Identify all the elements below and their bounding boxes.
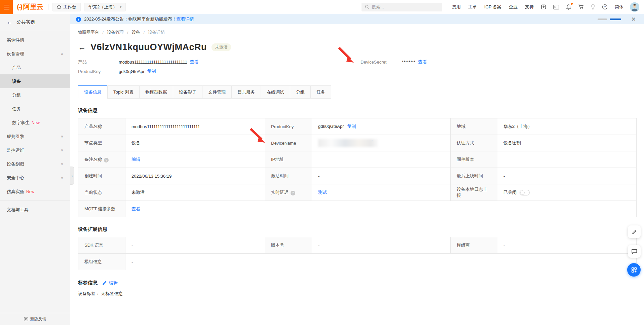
sidebar-item-simulation[interactable]: 仿真实验New [0,185,70,198]
svg-text:?: ? [604,5,606,9]
product-view-link[interactable]: 查看 [190,59,199,65]
region-selector[interactable]: 华东2（上海） ▾ [84,3,126,11]
nav-link-tickets[interactable]: 工单 [468,4,477,10]
nav-link-support[interactable]: 支持 [525,4,534,10]
cell-label: 激活时间 [265,168,312,184]
devicesecret-view-link[interactable]: 查看 [418,59,427,65]
workbench-button[interactable]: 工作台 [52,3,81,11]
cell-label: 模组信息 [78,254,125,270]
top-navbar: (-) 阿里云 工作台 华东2（上海） ▾ 费用 工单 ICP 备案 企业 支持 [0,0,644,14]
tab-log-service[interactable]: 日志服务 [231,85,261,99]
quick-entry-fab[interactable] [627,263,641,277]
announcement-pager-dash[interactable] [598,19,607,20]
cell-value: 2022/06/13 15:36:19 [125,168,265,184]
announcement-detail-link[interactable]: 查看详情 [177,16,194,22]
close-icon[interactable]: ✕ [631,16,636,23]
cell-value: - [497,168,637,184]
local-log-toggle[interactable] [520,190,530,195]
feedback-edit-fab[interactable] [628,225,641,238]
nav-link-billing[interactable]: 费用 [452,4,461,10]
back-arrow-icon: ← [7,19,12,26]
cell-label: 模组商 [451,237,497,254]
sidebar-item-digital-twin[interactable]: 数字孪生New [0,116,70,130]
sidebar-item-security-center[interactable]: 安全中心∨ [0,171,70,185]
mqtt-params-view-link[interactable]: 查看 [131,206,140,211]
cell-label: 产品名称 [78,118,125,135]
cell-label: 地域 [451,118,497,135]
tab-file-mgmt[interactable]: 文件管理 [202,85,232,99]
tab-topic-list[interactable]: Topic 列表 [107,85,140,99]
sidebar-collapse-handle[interactable]: ‹ [70,167,74,185]
device-meta: 产品 modbus1111111111111111111111111 查看 Pr… [78,57,637,77]
table-row: 备注名称? 编辑 IP地址 - 固件版本 - [78,151,637,168]
remark-edit-link[interactable]: 编辑 [131,157,140,162]
sidebar-item-instance-detail[interactable]: 实例详情 [0,33,70,47]
locale-switcher[interactable]: 简体 [615,4,623,10]
tab-device-shadow[interactable]: 设备影子 [173,85,202,99]
cell-value: 复制 [312,135,451,151]
notification-bell-icon[interactable] [566,4,571,10]
chat-support-fab[interactable] [628,245,641,258]
help-circle-icon[interactable]: ? [291,191,295,195]
info-icon: i [76,17,81,22]
cell-value: 华东2（上海） [497,118,637,135]
mobile-app-icon[interactable] [541,4,546,10]
help-icon[interactable]: ? [602,4,608,10]
cart-icon[interactable] [578,4,584,10]
sidebar-item-device-mgmt[interactable]: 设备管理∧ [0,47,70,61]
lightbulb-icon[interactable] [591,4,595,10]
sidebar-item-docs-tools[interactable]: 文档与工具 [0,203,70,217]
chevron-down-icon: ∨ [61,148,63,152]
product-value: modbus1111111111111111111111111 [119,60,187,65]
cell-value: - [312,237,451,254]
sidebar-item-group[interactable]: 分组 [0,88,70,102]
cell-value: - [125,254,637,270]
cell-label: ProductKey [265,118,312,135]
navbar-divider [48,4,48,10]
cell-value: 设备密钥 [497,135,637,151]
global-search[interactable] [362,3,442,11]
console-terminal-icon[interactable] [553,4,559,10]
feedback-button[interactable]: 新版反馈 [0,313,70,325]
hamburger-menu-button[interactable] [0,0,13,14]
tab-task[interactable]: 任务 [310,85,331,99]
latency-test-link[interactable]: 测试 [318,190,327,195]
sidebar-item-label: 设备管理 [7,51,24,57]
user-avatar[interactable] [630,2,639,12]
nav-link-enterprise[interactable]: 企业 [509,4,518,10]
aliyun-logo[interactable]: (-) 阿里云 [17,2,43,11]
productkey-label: ProductKey [78,69,119,74]
chat-bubble-icon [631,249,637,254]
tab-online-debug[interactable]: 在线调试 [261,85,290,99]
sidebar-item-device[interactable]: 设备 [0,74,70,88]
edit-pencil-icon[interactable] [102,281,107,285]
announcement-pager-dash-active[interactable] [610,19,621,20]
sidebar-item-task[interactable]: 任务 [0,102,70,116]
chevron-down-icon: ▾ [120,5,121,9]
nav-link-icp[interactable]: ICP 备案 [484,4,501,10]
page-back-arrow[interactable]: ← [78,43,86,51]
productkey-copy-link[interactable]: 复制 [347,124,356,129]
tab-group[interactable]: 分组 [290,85,311,99]
breadcrumb-device-mgmt[interactable]: 设备管理 [107,30,124,35]
search-input[interactable] [372,4,435,9]
productkey-copy-link[interactable]: 复制 [147,68,156,74]
cell-label: 最后上线时间 [451,168,497,184]
notification-dot [571,3,573,5]
sidebar-item-device-assign[interactable]: 设备划归∨ [0,157,70,171]
sidebar-back-public-instance[interactable]: ← 公共实例 [0,14,70,30]
tab-thing-model-data[interactable]: 物模型数据 [139,85,173,99]
table-row: 产品名称 modbus1111111111111111111111111 Pro… [78,118,637,135]
tab-device-info[interactable]: 设备信息 [78,85,108,99]
tag-edit-link[interactable]: 编辑 [109,280,118,286]
help-circle-icon[interactable]: ? [104,158,109,162]
sidebar-item-label: 实例详情 [7,37,24,43]
breadcrumb-device[interactable]: 设备 [131,30,140,35]
workbench-label: 工作台 [63,4,76,10]
breadcrumb-iot-platform[interactable]: 物联网平台 [78,30,99,35]
sidebar-item-monitor-ops[interactable]: 监控运维∨ [0,143,70,157]
sidebar-item-product[interactable]: 产品 [0,61,70,74]
sidebar-item-rules-engine[interactable]: 规则引擎∨ [0,130,70,143]
devicesecret-label: DeviceSecret [361,60,402,65]
cell-label: IP地址 [265,151,312,168]
